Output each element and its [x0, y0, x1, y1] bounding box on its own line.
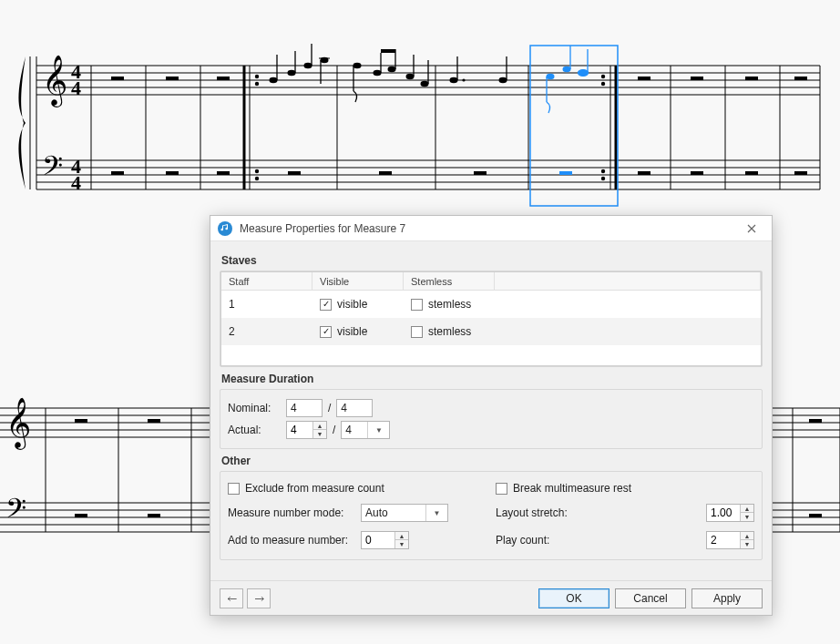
exclude-checkbox[interactable] [228, 483, 240, 495]
previous-measure-button[interactable]: 🡐 [220, 588, 243, 608]
step-up-icon[interactable]: ▲ [741, 505, 753, 513]
staves-heading: Staves [221, 254, 763, 267]
svg-rect-52 [638, 171, 650, 175]
svg-rect-45 [111, 171, 124, 175]
add-measure-spinner[interactable]: ▲▼ [361, 531, 409, 549]
svg-point-65 [353, 63, 362, 68]
step-down-icon[interactable]: ▼ [313, 430, 326, 438]
close-button[interactable] [739, 216, 764, 240]
stemless-checkbox[interactable] [411, 326, 423, 338]
svg-text:4: 4 [71, 171, 81, 194]
staff-number-cell: 2 [221, 325, 312, 338]
chevron-down-icon: ▼ [425, 505, 447, 521]
actual-denominator: 4 [345, 424, 367, 436]
dialog-button-bar: 🡐 🡒 OK Cancel Apply [210, 580, 772, 615]
staves-row[interactable]: 1 visible stemless [221, 291, 761, 318]
play-count-spinner[interactable]: ▲▼ [706, 531, 754, 549]
dialog-titlebar[interactable]: Measure Properties for Measure 7 [210, 216, 772, 241]
other-heading: Other [221, 455, 763, 467]
svg-point-67 [374, 70, 382, 76]
actual-numerator[interactable] [287, 422, 312, 438]
svg-point-72 [406, 74, 415, 79]
svg-point-22 [255, 82, 259, 86]
svg-point-58 [288, 70, 296, 76]
svg-rect-50 [474, 171, 487, 175]
svg-rect-46 [166, 171, 179, 175]
svg-rect-108 [148, 514, 160, 517]
treble-clef-icon: 𝄞 [42, 55, 67, 107]
svg-rect-53 [691, 171, 703, 175]
break-mmr-checkbox[interactable] [496, 483, 507, 495]
add-measure-value[interactable] [362, 532, 394, 548]
svg-point-74 [421, 81, 429, 87]
svg-point-69 [388, 66, 396, 72]
next-measure-button[interactable]: 🡒 [247, 588, 271, 608]
svg-point-28 [601, 75, 605, 78]
svg-point-81 [547, 74, 555, 79]
app-icon [218, 221, 232, 236]
cancel-button[interactable]: Cancel [615, 588, 686, 608]
stemless-checkbox[interactable] [411, 299, 423, 311]
svg-rect-43 [745, 77, 758, 80]
svg-point-79 [499, 77, 507, 83]
svg-point-24 [255, 177, 259, 180]
nominal-denominator [336, 399, 373, 417]
svg-rect-47 [217, 171, 230, 175]
col-header-stemless: Stemless [404, 272, 495, 290]
svg-rect-44 [794, 77, 807, 80]
svg-text:𝄞: 𝄞 [5, 397, 31, 450]
visible-checkbox[interactable] [320, 326, 332, 338]
svg-point-76 [450, 77, 458, 83]
visible-checkbox[interactable] [320, 299, 332, 311]
svg-point-85 [579, 70, 589, 77]
visible-label: visible [337, 298, 367, 311]
svg-point-21 [255, 75, 259, 78]
add-measure-label: Add to measure number: [228, 534, 355, 547]
svg-point-56 [270, 77, 278, 83]
svg-point-78 [462, 78, 465, 81]
play-count-label: Play count: [496, 534, 587, 547]
svg-rect-48 [288, 171, 301, 175]
bass-clef-icon: 𝄢 [42, 151, 63, 188]
layout-stretch-value[interactable] [707, 505, 740, 521]
layout-stretch-spinner[interactable]: ▲▼ [706, 504, 754, 522]
svg-rect-54 [745, 171, 758, 175]
measure-mode-select[interactable]: Auto ▼ [361, 504, 448, 522]
svg-rect-38 [111, 77, 124, 80]
step-down-icon[interactable]: ▼ [741, 513, 753, 521]
step-up-icon[interactable]: ▲ [395, 532, 408, 540]
svg-rect-71 [381, 49, 395, 53]
slash: / [328, 402, 331, 414]
svg-text:𝄢: 𝄢 [5, 494, 26, 530]
nominal-label: Nominal: [228, 402, 281, 414]
staves-row[interactable]: 2 visible stemless [221, 318, 761, 345]
staves-table: Staff Visible Stemless 1 visible stemles… [220, 271, 762, 366]
measure-properties-dialog: Measure Properties for Measure 7 Staves … [210, 215, 773, 616]
svg-rect-109 [809, 514, 822, 517]
layout-stretch-label: Layout stretch: [496, 506, 587, 519]
svg-text:4: 4 [71, 77, 81, 99]
svg-rect-40 [217, 77, 230, 80]
svg-rect-42 [691, 77, 703, 80]
step-down-icon[interactable]: ▼ [395, 540, 408, 548]
ok-button[interactable]: OK [538, 588, 610, 608]
break-mmr-label: Break multimeasure rest [513, 482, 631, 495]
svg-point-23 [255, 169, 259, 173]
svg-rect-41 [638, 77, 650, 80]
apply-button[interactable]: Apply [691, 588, 763, 608]
play-count-value[interactable] [707, 532, 740, 548]
measure-mode-value: Auto [365, 506, 425, 519]
step-down-icon[interactable]: ▼ [741, 540, 753, 548]
svg-rect-55 [794, 171, 807, 175]
step-up-icon[interactable]: ▲ [313, 422, 326, 430]
exclude-label: Exclude from measure count [245, 482, 384, 495]
svg-rect-104 [75, 419, 87, 423]
chevron-down-icon: ▼ [367, 422, 389, 438]
actual-numerator-spinner[interactable]: ▲▼ [286, 421, 327, 439]
step-up-icon[interactable]: ▲ [741, 532, 753, 540]
col-header-staff: Staff [221, 272, 312, 290]
visible-label: visible [337, 325, 367, 338]
duration-heading: Measure Duration [221, 373, 763, 385]
actual-denominator-select[interactable]: 4 ▼ [341, 421, 390, 439]
svg-rect-107 [75, 514, 87, 517]
